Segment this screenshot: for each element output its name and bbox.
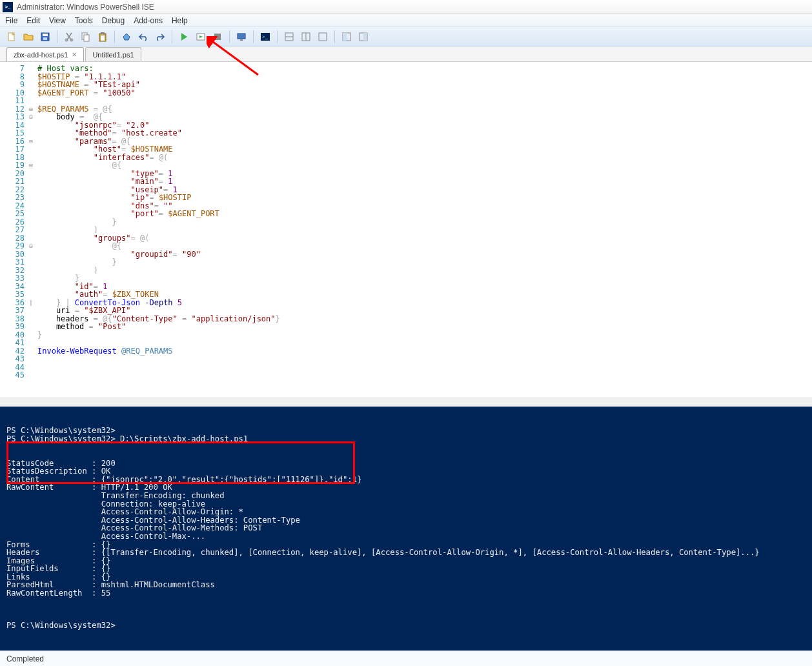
new-button[interactable] [4, 29, 19, 45]
pane4-button[interactable] [339, 29, 354, 45]
toolbar-separator [253, 30, 254, 43]
console-pane[interactable]: PS C:\Windows\system32> PS C:\Windows\sy… [0, 407, 812, 651]
run-button[interactable] [176, 29, 192, 45]
cut-icon [64, 32, 74, 42]
paste-button[interactable] [95, 29, 110, 45]
tab-1[interactable]: Untitled1.ps1 [85, 47, 141, 61]
menu-file[interactable]: File [5, 16, 17, 25]
run-selection-icon [196, 32, 206, 42]
copy-icon [81, 32, 91, 42]
undo-button[interactable] [136, 29, 151, 45]
save-icon [40, 32, 50, 42]
tab-bar: zbx-add-host.ps1✕Untitled1.ps1 [0, 46, 812, 62]
menu-debug[interactable]: Debug [102, 16, 125, 25]
pane5-icon [358, 32, 369, 42]
redo-icon [155, 32, 165, 42]
svg-rect-23 [343, 33, 347, 41]
app-icon: >_ [3, 2, 13, 12]
status-text: Completed [6, 654, 44, 663]
svg-rect-10 [101, 35, 105, 41]
pane5-button[interactable] [356, 29, 371, 45]
undo-icon [138, 32, 148, 42]
stop-icon [212, 32, 223, 42]
remote-button[interactable] [234, 29, 249, 45]
code-editor[interactable]: 7891011121314151617181920212223242526272… [0, 62, 812, 398]
pane1-icon [284, 32, 294, 42]
open-icon [23, 32, 34, 42]
title-bar: >_ Administrator: Windows PowerShell ISE [0, 0, 812, 14]
svg-rect-13 [238, 34, 245, 39]
svg-rect-14 [240, 39, 243, 41]
toolbar-separator [229, 30, 230, 43]
window-title: Administrator: Windows PowerShell ISE [17, 3, 154, 12]
svg-rect-9 [101, 32, 105, 34]
toolbar-separator [172, 30, 172, 43]
tab-label: zbx-add-host.ps1 [14, 51, 68, 59]
tab-0[interactable]: zbx-add-host.ps1✕ [6, 47, 84, 61]
menu-help[interactable]: Help [172, 16, 188, 25]
svg-text:>_: >_ [262, 34, 269, 40]
fold-gutter[interactable]: ⊟⊟⊟⊟⊟| [27, 62, 35, 398]
svg-rect-7 [84, 35, 89, 41]
menu-view[interactable]: View [49, 16, 66, 25]
line-number-gutter: 7891011121314151617181920212223242526272… [0, 62, 27, 398]
run-icon [179, 32, 189, 42]
pane2-button[interactable] [298, 29, 314, 45]
status-bar: Completed [0, 651, 812, 666]
copy-button[interactable] [78, 29, 94, 45]
pane2-icon [301, 32, 311, 42]
pane4-icon [341, 32, 352, 42]
menu-edit[interactable]: Edit [26, 16, 40, 25]
menu-tools[interactable]: Tools [75, 16, 93, 25]
clear-icon [121, 32, 132, 42]
toolbar-separator [334, 30, 335, 43]
console-output: PS C:\Windows\system32> PS C:\Windows\sy… [6, 427, 806, 630]
run-selection-button[interactable] [193, 29, 208, 45]
ps-icon: >_ [260, 32, 270, 42]
svg-rect-3 [43, 37, 47, 40]
paste-icon [97, 32, 108, 42]
cut-button[interactable] [61, 29, 77, 45]
stop-button[interactable] [210, 29, 225, 45]
open-button[interactable] [21, 29, 36, 45]
clear-button[interactable] [119, 29, 134, 45]
close-icon[interactable]: ✕ [72, 51, 77, 58]
toolbar: >_ [0, 27, 812, 46]
menu-add-ons[interactable]: Add-ons [134, 16, 163, 25]
code-area[interactable]: # Host vars:$HOSTIP = "1.1.1.1"$HOSTNAME… [35, 62, 812, 398]
toolbar-separator [277, 30, 278, 43]
menu-bar: FileEditViewToolsDebugAdd-onsHelp [0, 14, 812, 27]
tab-label: Untitled1.ps1 [92, 51, 134, 59]
editor-scrollbar[interactable] [0, 398, 812, 407]
pane3-button[interactable] [315, 29, 330, 45]
new-icon [6, 32, 17, 42]
svg-rect-25 [363, 33, 367, 41]
redo-button[interactable] [152, 29, 168, 45]
svg-rect-2 [43, 34, 48, 36]
svg-rect-12 [214, 34, 221, 40]
toolbar-separator [114, 30, 115, 43]
remote-icon [236, 32, 247, 42]
ps-button[interactable]: >_ [258, 29, 273, 45]
pane3-icon [318, 32, 328, 42]
toolbar-separator [57, 30, 57, 43]
pane1-button[interactable] [281, 29, 297, 45]
svg-rect-21 [319, 33, 327, 41]
save-button[interactable] [37, 29, 53, 45]
